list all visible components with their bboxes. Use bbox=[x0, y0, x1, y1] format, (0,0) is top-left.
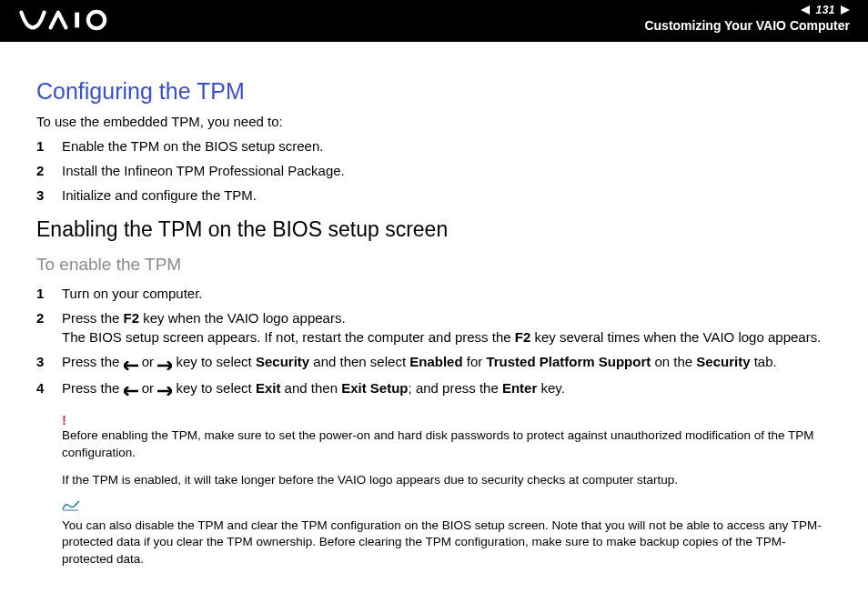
list-item: 1 Turn on your computer. bbox=[36, 284, 832, 303]
arrow-right-icon bbox=[157, 379, 172, 398]
warning-icon: ! bbox=[62, 411, 832, 429]
note-text: If the TPM is enabled, it will take long… bbox=[62, 473, 678, 487]
note-text: Before enabling the TPM, make sure to se… bbox=[62, 428, 813, 458]
list-item: 2Install the Infineon TPM Professional P… bbox=[36, 161, 832, 180]
list-item: 2 Press the F2 key when the VAIO logo ap… bbox=[36, 308, 832, 347]
svg-rect-0 bbox=[75, 13, 79, 28]
page-content: Configuring the TPM To use the embedded … bbox=[0, 42, 868, 597]
arrow-right-icon bbox=[157, 354, 172, 373]
page-nav: 131 bbox=[644, 4, 850, 16]
list-item: 1Enable the TPM on the BIOS setup screen… bbox=[36, 136, 832, 156]
nav-next-icon[interactable] bbox=[841, 5, 850, 15]
page-number: 131 bbox=[815, 4, 835, 16]
header-bar: 131 Customizing Your VAIO Computer bbox=[0, 0, 868, 42]
tip-note: You can also disable the TPM and clear t… bbox=[62, 499, 832, 568]
list-item: 4 Press the or key to select Exit and th… bbox=[36, 378, 832, 399]
arrow-left-icon bbox=[124, 379, 138, 398]
header-section-title: Customizing Your VAIO Computer bbox=[644, 18, 850, 33]
vaio-logo bbox=[16, 7, 126, 33]
enable-steps: 1 Turn on your computer. 2 Press the F2 … bbox=[36, 284, 832, 398]
header-right: 131 Customizing Your VAIO Computer bbox=[644, 4, 850, 33]
svg-point-1 bbox=[88, 12, 105, 28]
note-text: You can also disable the TPM and clear t… bbox=[62, 518, 822, 565]
warning-note: ! Before enabling the TPM, make sure to … bbox=[62, 411, 832, 461]
section-heading: Enabling the TPM on the BIOS setup scree… bbox=[36, 217, 832, 242]
intro-text: To use the embedded TPM, you need to: bbox=[36, 114, 832, 129]
list-item: 3 Press the or key to select Security an… bbox=[36, 352, 832, 373]
info-note: If the TPM is enabled, it will take long… bbox=[62, 472, 832, 488]
arrow-left-icon bbox=[124, 354, 138, 373]
subsection-heading: To enable the TPM bbox=[36, 255, 832, 275]
nav-prev-icon[interactable] bbox=[801, 5, 810, 15]
list-item: 3Initialize and configure the TPM. bbox=[36, 186, 832, 205]
overview-steps: 1Enable the TPM on the BIOS setup screen… bbox=[36, 136, 832, 205]
pencil-icon bbox=[62, 499, 832, 516]
page-title: Configuring the TPM bbox=[36, 78, 832, 105]
